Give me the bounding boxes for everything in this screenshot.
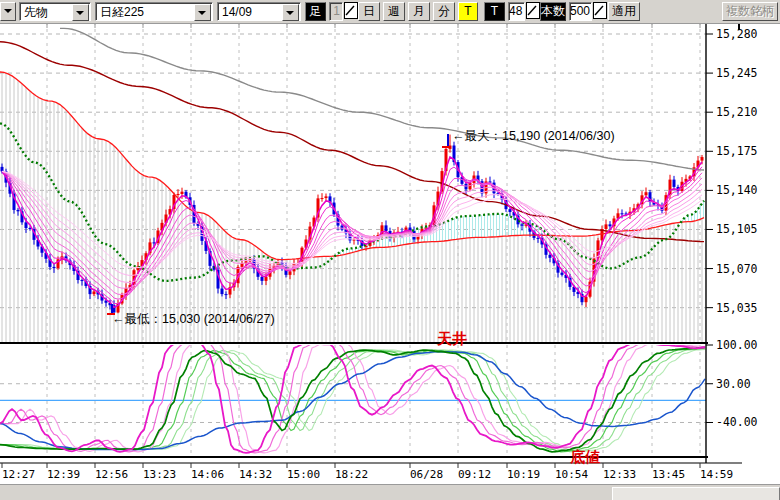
bars-input[interactable]: 48: [508, 2, 525, 21]
toolbar: 先物 日経225 14/09 足 1 日 週 月 分 T T 48 本数 500…: [0, 0, 780, 24]
price-axis-label: 15,210: [716, 105, 758, 119]
price-axis-label: 15,140: [716, 183, 758, 197]
time-axis-label: 09:12: [458, 468, 491, 481]
count-input[interactable]: 500: [569, 2, 592, 21]
ceiling-label: 天井: [436, 330, 467, 347]
symbol-value: 日経225: [100, 4, 144, 21]
symbol-select[interactable]: 日経225: [95, 2, 213, 21]
chevron-down-icon: [286, 11, 294, 15]
apply-button[interactable]: 適用: [608, 2, 640, 21]
chevron-down-icon: [76, 11, 84, 15]
time-axis-label: 14:59: [700, 468, 733, 481]
period-month-button[interactable]: 月: [408, 2, 430, 21]
price-axis-label: 15,035: [716, 301, 758, 315]
category-value: 先物: [24, 4, 48, 21]
price-axis-label: 15,070: [716, 262, 758, 276]
oscillator-axis-label: 30.00: [716, 377, 751, 391]
bars-spinner-button[interactable]: [526, 2, 540, 19]
contract-month-select[interactable]: 14/09: [217, 2, 301, 21]
chart-area[interactable]: ←最大：15,190 (2014/06/30)←最低：15,030 (2014/…: [0, 0, 780, 500]
max-annotation: ←最大：15,190 (2014/06/30): [452, 129, 615, 143]
price-axis-label: 15,175: [716, 144, 758, 158]
tick-mode-label: T: [484, 2, 505, 21]
diagonal-spin-icon: [527, 4, 537, 17]
price-axis-label: 15,245: [716, 66, 758, 80]
horizontal-scrollbar[interactable]: [0, 484, 780, 500]
count-spinner-button[interactable]: [593, 2, 607, 19]
tick-toggle-button[interactable]: T: [458, 2, 478, 21]
price-axis-label: 15,280: [716, 27, 758, 41]
bars-unit-label: 本数: [540, 2, 566, 21]
time-axis-label: 18:22: [335, 468, 368, 481]
time-axis-label: 13:45: [652, 468, 685, 481]
interval-spinner-button[interactable]: [344, 2, 358, 19]
multi-symbol-button[interactable]: 複数銘柄: [722, 2, 778, 21]
edge-dropdown-button[interactable]: [0, 2, 16, 21]
chevron-down-icon: [4, 9, 12, 13]
contract-dropdown-button[interactable]: [282, 4, 299, 21]
diagonal-spin-icon: [594, 4, 604, 17]
contract-month-value: 14/09: [222, 4, 252, 21]
symbol-dropdown-button[interactable]: [194, 4, 211, 21]
price-axis-label: 15,105: [716, 222, 758, 236]
floor-label: 底値: [569, 448, 600, 465]
diagonal-spin-icon: [345, 4, 355, 17]
period-day-button[interactable]: 日: [358, 2, 380, 21]
time-axis-label: 12:27: [2, 468, 35, 481]
time-axis-label: 15:00: [287, 468, 320, 481]
time-axis-label: 12:33: [603, 468, 636, 481]
category-dropdown-button[interactable]: [72, 4, 89, 21]
interval-input[interactable]: 1: [329, 2, 343, 21]
oscillator-axis-label: -40.00: [716, 415, 758, 429]
time-axis-label: 12:56: [95, 468, 128, 481]
min-annotation: ←最低：15,030 (2014/06/27): [112, 312, 275, 326]
period-minute-button[interactable]: 分: [433, 2, 455, 21]
scrollbar-thumb[interactable]: [612, 487, 780, 500]
time-axis-label: 10:19: [507, 468, 540, 481]
chevron-down-icon: [198, 11, 206, 15]
time-axis-label: 14:06: [191, 468, 224, 481]
trading-app-window: ←最大：15,190 (2014/06/30)←最低：15,030 (2014/…: [0, 0, 780, 500]
period-week-button[interactable]: 週: [383, 2, 405, 21]
time-axis-label: 12:39: [47, 468, 80, 481]
time-axis-label: 13:23: [143, 468, 176, 481]
time-axis-label: 14:32: [239, 468, 272, 481]
oscillator-axis-label: 100.00: [716, 338, 758, 352]
time-axis-label: 10:54: [555, 468, 588, 481]
bar-type-label: 足: [305, 2, 326, 21]
category-select[interactable]: 先物: [19, 2, 91, 21]
oscillator-layer: [0, 343, 706, 453]
time-axis-label: 06/28: [410, 468, 443, 481]
